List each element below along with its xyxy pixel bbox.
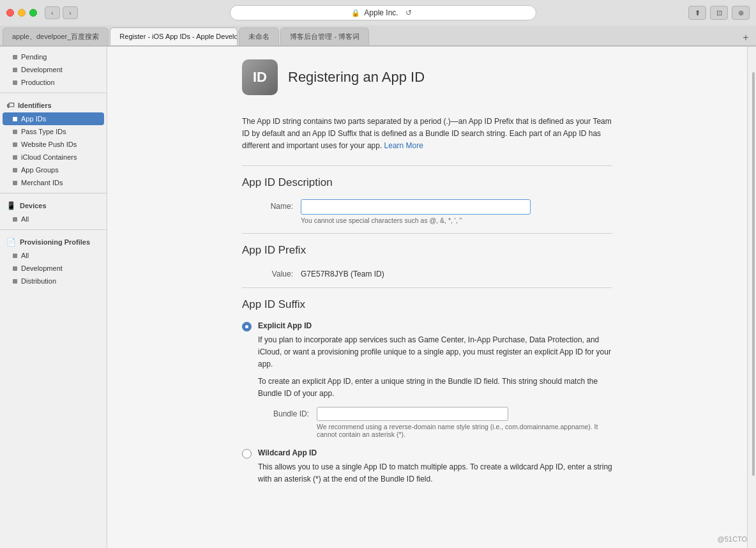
sidebar-item-label: Pending: [21, 53, 47, 61]
sidebar-section-extra: Pending Development Production: [0, 50, 107, 89]
sidebar-item-merchant-ids[interactable]: Merchant IDs: [0, 176, 107, 189]
address-text: Apple Inc.: [364, 8, 398, 17]
wildcard-app-id-option: Wildcard App ID This allows you to use a…: [242, 448, 612, 491]
identifiers-label: Identifiers: [18, 102, 52, 109]
name-hint: You cannot use special characters such a…: [301, 217, 612, 224]
content-area: ID Registering an App ID The App ID stri…: [107, 47, 747, 548]
wildcard-radio[interactable]: [242, 449, 252, 459]
share-button[interactable]: ⬆: [688, 6, 706, 20]
provisioning-icon: 📄: [6, 238, 16, 247]
name-field: You cannot use special characters such a…: [301, 199, 612, 224]
tab-label: 博客后台管理 - 博客词: [290, 32, 359, 42]
bundle-id-input[interactable]: [317, 407, 508, 421]
sidebar-item-app-groups[interactable]: App Groups: [0, 164, 107, 176]
browser-chrome: ‹ › 🔒 Apple Inc. ↺ ⬆ ⊡ ⊕ apple、develpoer…: [0, 0, 756, 47]
sidebar-item-label: Merchant IDs: [21, 179, 63, 186]
bundle-field: We recommend using a reverse-domain name…: [317, 407, 612, 438]
sidebar-item-pending[interactable]: Pending: [0, 50, 107, 63]
tab-label: apple、develpoer_百度搜索: [12, 32, 99, 42]
explicit-desc2: To create an explicit App ID, enter a un…: [258, 376, 612, 400]
right-scrollbar[interactable]: [747, 47, 756, 548]
bullet-icon: [13, 142, 17, 147]
bullet-icon: [13, 130, 17, 134]
sidebar-item-profiles-all[interactable]: All: [0, 249, 107, 262]
tab-blog[interactable]: 博客后台管理 - 博客词: [280, 27, 369, 45]
prefix-value-label: Value:: [242, 267, 293, 278]
sidebar-item-profiles-development[interactable]: Development: [0, 262, 107, 275]
bullet-icon: [13, 55, 17, 59]
bundle-label: Bundle ID:: [258, 407, 309, 418]
tab-label: Register - iOS App IDs - Apple Developer: [119, 33, 238, 40]
tab-unnamed[interactable]: 未命名: [239, 27, 279, 45]
tabs-bar: apple、develpoer_百度搜索 Register - iOS App …: [0, 26, 756, 46]
explicit-desc1: If you plan to incorporate app services …: [258, 334, 612, 371]
bullet-icon: [13, 117, 17, 121]
page-header: ID Registering an App ID: [242, 59, 612, 103]
bundle-row: Bundle ID: We recommend using a reverse-…: [258, 407, 612, 438]
sidebar-divider-2: [0, 193, 107, 194]
section-divider-3: [242, 287, 612, 288]
prefix-value: G7E57R8JYB (Team ID): [301, 267, 384, 278]
name-label: Name:: [242, 199, 293, 211]
header-icon-text: ID: [253, 69, 267, 86]
sidebar-item-production[interactable]: Production: [0, 76, 107, 89]
tab-baidu[interactable]: apple、develpoer_百度搜索: [3, 27, 109, 45]
sidebar-section-provisioning: 📄 Provisioning Profiles All Development …: [0, 234, 107, 287]
sidebar-item-pass-type-ids[interactable]: Pass Type IDs: [0, 125, 107, 138]
explicit-radio[interactable]: [242, 322, 252, 331]
learn-more-link[interactable]: Learn More: [384, 141, 423, 150]
sidebar-item-label: Distribution: [21, 277, 56, 285]
wildcard-title: Wildcard App ID: [258, 448, 612, 457]
devices-label: Devices: [20, 202, 47, 209]
identifiers-icon: 🏷: [6, 101, 14, 110]
traffic-lights: [6, 9, 37, 17]
new-tab-button[interactable]: ⊡: [710, 6, 728, 20]
sidebar-section-identifiers: 🏷 Identifiers App IDs Pass Type IDs Webs…: [0, 97, 107, 189]
address-bar-wrap: 🔒 Apple Inc. ↺: [89, 5, 677, 20]
sidebar-item-app-ids[interactable]: App IDs: [3, 112, 104, 125]
content-inner: ID Registering an App ID The App ID stri…: [223, 47, 631, 514]
bullet-icon: [13, 155, 17, 160]
bullet-icon: [13, 279, 17, 284]
titlebar: ‹ › 🔒 Apple Inc. ↺ ⬆ ⊡ ⊕: [0, 0, 756, 26]
devices-icon: 📱: [6, 201, 16, 210]
forward-button[interactable]: ›: [63, 6, 78, 19]
explicit-radio-content: Explicit App ID If you plan to incorpora…: [258, 321, 612, 438]
close-button[interactable]: [6, 9, 14, 17]
bundle-hint: We recommend using a reverse-domain name…: [317, 423, 612, 438]
sidebar-item-label: Development: [21, 264, 63, 272]
sidebar-section-devices-header: 📱 Devices: [0, 197, 107, 213]
address-bar[interactable]: 🔒 Apple Inc. ↺: [230, 5, 536, 20]
refresh-button[interactable]: ↺: [402, 6, 415, 19]
sidebar-item-icloud-containers[interactable]: iCloud Containers: [0, 151, 107, 164]
intro-text: The App ID string contains two parts sep…: [242, 116, 612, 153]
sidebar-item-development-extra[interactable]: Development: [0, 63, 107, 76]
sidebar-item-label: Production: [21, 79, 55, 86]
extensions-button[interactable]: ⊕: [732, 6, 750, 20]
nav-buttons: ‹ ›: [45, 6, 78, 19]
bullet-icon: [13, 181, 17, 185]
sidebar-item-profiles-distribution[interactable]: Distribution: [0, 275, 107, 287]
watermark: @51CTO: [718, 535, 747, 543]
name-input[interactable]: [301, 199, 531, 215]
sidebar-item-devices-all[interactable]: All: [0, 213, 107, 225]
back-button[interactable]: ‹: [45, 6, 60, 19]
add-tab-button[interactable]: +: [738, 30, 753, 45]
section-divider-2: [242, 233, 612, 234]
maximize-button[interactable]: [29, 9, 37, 17]
sidebar-divider: [0, 93, 107, 93]
sidebar-item-label: Development: [21, 66, 63, 73]
bullet-icon: [13, 266, 17, 271]
explicit-app-id-option: Explicit App ID If you plan to incorpora…: [242, 321, 612, 438]
bullet-icon: [13, 217, 17, 222]
sidebar-item-website-push-ids[interactable]: Website Push IDs: [0, 138, 107, 151]
description-section-title: App ID Description: [242, 176, 612, 189]
wildcard-radio-content: Wildcard App ID This allows you to use a…: [258, 448, 612, 491]
explicit-title: Explicit App ID: [258, 321, 612, 330]
sidebar-section-identifiers-header: 🏷 Identifiers: [0, 97, 107, 112]
suffix-section-title: App ID Suffix: [242, 298, 612, 311]
page-title: Registering an App ID: [288, 69, 425, 86]
tab-apple-dev[interactable]: Register - iOS App IDs - Apple Developer: [110, 27, 238, 45]
minimize-button[interactable]: [18, 9, 26, 17]
main-layout: Pending Development Production 🏷 Identif…: [0, 47, 756, 548]
